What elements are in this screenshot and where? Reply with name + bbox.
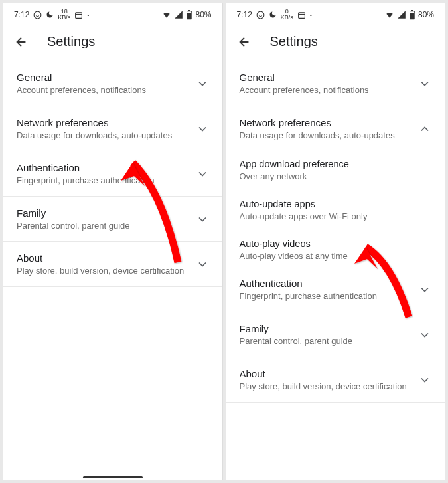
- section-title: Authentication: [17, 162, 196, 173]
- section-network[interactable]: Network preferences Data usage for downl…: [226, 106, 445, 151]
- chevron-down-icon: [196, 77, 209, 90]
- section-title: Network preferences: [17, 117, 196, 128]
- section-sub: Account preferences, notifications: [240, 85, 419, 95]
- wifi-icon: [385, 10, 394, 19]
- status-time: 7:12: [14, 10, 29, 19]
- section-title: Network preferences: [240, 117, 419, 128]
- section-sub: Fingerprint, purchase authentication: [240, 291, 419, 301]
- phone-left: 7:12 18 KB/s •: [3, 3, 223, 480]
- section-sub: Play store, build version, device certif…: [240, 381, 419, 391]
- network-speed: 0 KB/s: [281, 9, 293, 21]
- status-bar: 7:12 0 KB/s •: [226, 3, 445, 25]
- section-auth[interactable]: Authentication Fingerprint, purchase aut…: [3, 151, 222, 197]
- dot-icon: •: [87, 12, 89, 18]
- nav-handle[interactable]: [83, 476, 143, 478]
- section-title: General: [240, 72, 419, 83]
- item-app-download[interactable]: App download preference Over any network: [226, 151, 445, 191]
- section-sub: Fingerprint, purchase authentication: [17, 175, 196, 185]
- page-title: Settings: [270, 34, 318, 49]
- section-title: About: [17, 252, 196, 264]
- section-title: Authentication: [240, 278, 419, 289]
- battery-icon: [186, 10, 192, 20]
- section-title: About: [240, 368, 419, 379]
- network-speed: 18 KB/s: [58, 9, 70, 21]
- moon-icon: [269, 11, 277, 19]
- svg-rect-4: [188, 10, 190, 11]
- status-bar: 7:12 18 KB/s •: [3, 3, 222, 25]
- svg-rect-7: [299, 12, 305, 18]
- signal-icon: [397, 10, 406, 19]
- section-about[interactable]: About Play store, build version, device …: [3, 242, 222, 287]
- section-title: App download preference: [240, 159, 432, 169]
- chevron-down-icon: [418, 328, 431, 341]
- section-sub: Auto-update apps over Wi-Fi only: [240, 211, 432, 221]
- chevron-down-icon: [196, 167, 209, 181]
- app-header: Settings: [3, 25, 222, 61]
- wifi-icon: [162, 10, 171, 19]
- dot-icon: •: [310, 12, 312, 18]
- section-sub: Account preferences, notifications: [17, 85, 196, 95]
- section-sub: Data usage for downloads, auto-updates: [240, 130, 419, 140]
- whatsapp-icon: [33, 11, 42, 19]
- app-header: Settings: [226, 25, 445, 61]
- section-title: Family: [240, 323, 419, 334]
- section-auth[interactable]: Authentication Fingerprint, purchase aut…: [226, 267, 445, 312]
- section-family[interactable]: Family Parental control, parent guide: [226, 312, 445, 357]
- section-about[interactable]: About Play store, build version, device …: [226, 357, 445, 403]
- svg-point-6: [257, 11, 264, 19]
- moon-icon: [46, 11, 54, 19]
- section-title: Auto-play videos: [240, 239, 432, 249]
- section-sub: Auto-play videos at any time: [240, 251, 432, 261]
- phone-right: 7:12 0 KB/s •: [226, 3, 446, 480]
- section-sub: Parental control, parent guide: [17, 221, 196, 231]
- signal-icon: [174, 10, 183, 19]
- svg-rect-11: [410, 11, 414, 13]
- section-title: Family: [17, 207, 196, 219]
- chevron-down-icon: [418, 77, 431, 90]
- chevron-down-icon: [418, 283, 431, 296]
- battery-pct: 80%: [195, 10, 211, 19]
- chevron-down-icon: [196, 213, 209, 226]
- item-auto-play[interactable]: Auto-play videos Auto-play videos at any…: [226, 231, 445, 264]
- back-icon[interactable]: [237, 35, 252, 49]
- status-time: 7:12: [237, 10, 252, 19]
- battery-pct: 80%: [418, 10, 434, 19]
- section-general[interactable]: General Account preferences, notificatio…: [226, 61, 445, 106]
- section-sub: Data usage for downloads, auto-updates: [17, 130, 196, 140]
- battery-icon: [409, 10, 415, 20]
- chevron-up-icon: [418, 122, 431, 136]
- svg-rect-1: [76, 12, 82, 18]
- chevron-down-icon: [196, 258, 209, 271]
- calendar-icon: [74, 11, 83, 19]
- section-title: Auto-update apps: [240, 199, 432, 209]
- section-title: General: [17, 72, 196, 83]
- svg-rect-5: [187, 11, 191, 13]
- back-icon[interactable]: [14, 35, 29, 49]
- chevron-down-icon: [418, 373, 431, 387]
- item-auto-update[interactable]: Auto-update apps Auto-update apps over W…: [226, 191, 445, 231]
- whatsapp-icon: [256, 11, 265, 19]
- chevron-down-icon: [196, 122, 209, 136]
- svg-point-0: [34, 11, 41, 19]
- page-title: Settings: [47, 34, 95, 49]
- section-sub: Parental control, parent guide: [240, 336, 419, 346]
- section-sub: Play store, build version, device certif…: [17, 266, 196, 276]
- svg-rect-10: [411, 10, 413, 11]
- section-family[interactable]: Family Parental control, parent guide: [3, 197, 222, 242]
- calendar-icon: [297, 11, 306, 19]
- section-general[interactable]: General Account preferences, notificatio…: [3, 61, 222, 106]
- section-network[interactable]: Network preferences Data usage for downl…: [3, 106, 222, 151]
- section-sub: Over any network: [240, 171, 432, 181]
